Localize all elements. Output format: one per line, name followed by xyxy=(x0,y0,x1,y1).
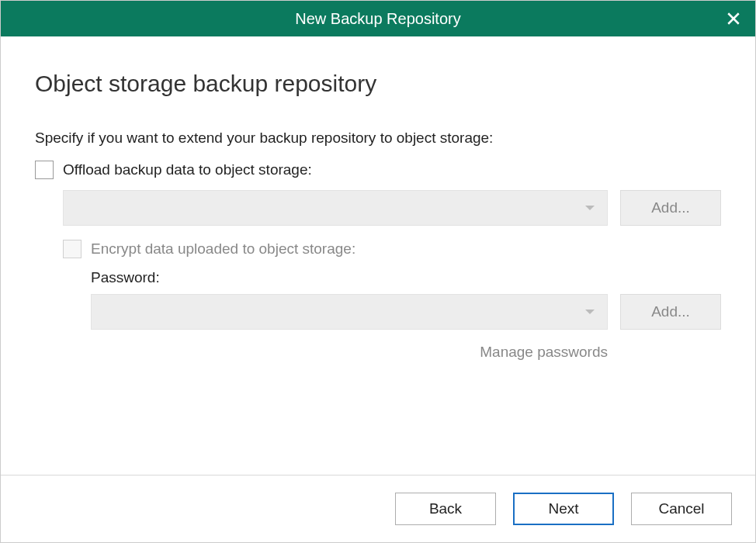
close-button[interactable] xyxy=(712,1,755,36)
add-object-storage-button[interactable]: Add... xyxy=(620,190,721,226)
titlebar: New Backup Repository xyxy=(1,1,755,36)
page-heading: Object storage backup repository xyxy=(35,71,721,97)
encrypt-checkbox xyxy=(63,240,81,258)
encrypt-checkbox-label: Encrypt data uploaded to object storage: xyxy=(91,240,355,258)
offload-checkbox[interactable] xyxy=(35,161,54,179)
offload-checkbox-label: Offload backup data to object storage: xyxy=(63,161,312,178)
cancel-button[interactable]: Cancel xyxy=(631,493,732,525)
add-password-button[interactable]: Add... xyxy=(620,294,721,330)
manage-passwords-link[interactable]: Manage passwords xyxy=(91,344,721,361)
offload-checkbox-row: Offload backup data to object storage: xyxy=(35,161,721,179)
footer: Back Next Cancel xyxy=(1,475,755,542)
password-label: Password: xyxy=(91,269,721,286)
password-dropdown[interactable] xyxy=(91,294,608,330)
chevron-down-icon xyxy=(585,206,595,210)
password-dropdown-row: Add... xyxy=(91,294,721,330)
encrypt-checkbox-row: Encrypt data uploaded to object storage: xyxy=(63,240,721,258)
content-area: Object storage backup repository Specify… xyxy=(1,36,755,475)
window-title: New Backup Repository xyxy=(1,10,755,28)
next-button[interactable]: Next xyxy=(513,493,614,525)
chevron-down-icon xyxy=(585,310,595,314)
close-icon xyxy=(727,12,740,26)
offload-dropdown-row: Add... xyxy=(63,190,721,226)
back-button[interactable]: Back xyxy=(395,493,496,525)
encrypt-section: Encrypt data uploaded to object storage:… xyxy=(63,240,721,361)
instruction-text: Specify if you want to extend your backu… xyxy=(35,130,721,147)
object-storage-dropdown[interactable] xyxy=(63,190,608,226)
